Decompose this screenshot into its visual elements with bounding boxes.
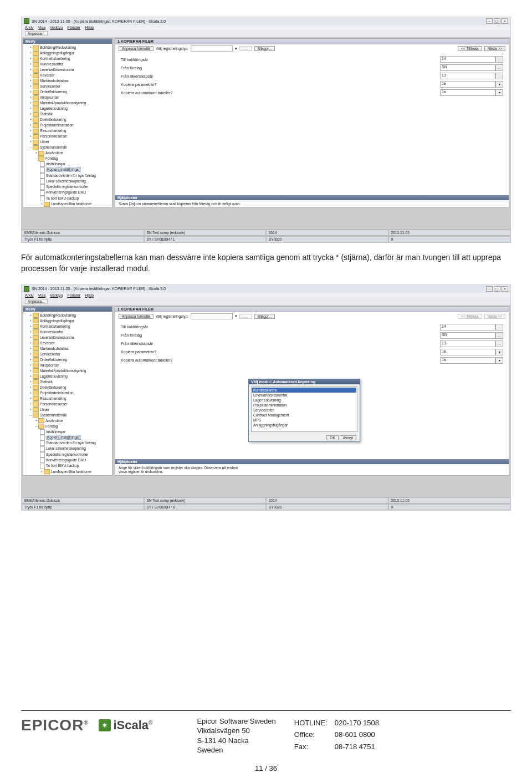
disabled-button: ......	[239, 46, 252, 51]
window-title: SN-2014 - 2013-11-05 - [Kopiera inställn…	[32, 287, 166, 291]
list-item[interactable]: Serviceorder	[252, 408, 356, 413]
status-bar-1: EMEA\ferenc.GubiczaSN Test comp (exklusi…	[22, 229, 510, 236]
window-title: SN-2014 - 2013-11-05 - [Kopiera inställn…	[32, 19, 166, 23]
iscala-logo: ✶ iScala®	[99, 718, 152, 733]
title-bar: SN-2014 - 2013-11-05 - [Kopiera inställn…	[22, 17, 510, 25]
help-text: Svara [Ja] om parameterfilerna skall kop…	[115, 200, 509, 207]
dialog-listbox[interactable]: Kundreskontra Leverantörsreskontra Lager…	[251, 387, 357, 432]
status-bar-2: Tryck F1 för hjälpSY / SY0020H / 1SY0020…	[22, 236, 510, 242]
next-button[interactable]: Nästa >>	[484, 46, 505, 51]
till-bokforingsar-input[interactable]: 14	[440, 56, 495, 63]
kopiera-autokont-input[interactable]: Ja	[440, 89, 495, 96]
fran-rakenskapsar-input[interactable]: 13	[440, 73, 495, 79]
back-button[interactable]: << Tillbaka	[458, 46, 482, 51]
maximize-button[interactable]: ▢	[494, 18, 500, 24]
screenshot-2: SN-2014 - 2013-11-05 - [Kopiera inställn…	[21, 284, 511, 511]
list-item[interactable]: MPS	[252, 418, 356, 423]
footer-address: Epicor Software Sweden Vikdalsvägen 50 S…	[197, 716, 275, 755]
dialog-ok-button[interactable]: OK	[326, 435, 338, 440]
regtype-select[interactable]	[191, 45, 233, 52]
bilagor-button[interactable]: Bilagor...	[254, 46, 275, 51]
app-icon	[24, 18, 29, 24]
content-panel: 1 KOPIERAR FILER Anpassa formulär Välj r…	[115, 38, 509, 208]
sidebar: Meny +Bokföring/Redovisning +Anläggnings…	[23, 38, 112, 208]
fran-foretag-input[interactable]: SN	[440, 64, 495, 71]
regtype-dropdown-icon[interactable]: ▾	[235, 47, 237, 51]
help-title: Hjälptexter	[115, 195, 509, 200]
minimize-button[interactable]: –	[486, 18, 493, 24]
page-number: 11 / 36	[21, 764, 511, 772]
list-item[interactable]: Leverantörsreskontra	[252, 393, 356, 398]
dialog-title: Välj modul: Automatkont.kopiering	[249, 379, 360, 384]
anpassa-form-button[interactable]: Anpassa formulär	[119, 46, 154, 51]
kopiera-param-input[interactable]: Ja	[440, 81, 495, 88]
footer-contact: HOTLINE:020-170 1508 Office:08-601 0800 …	[293, 716, 386, 754]
list-item-selected[interactable]: Kundreskontra	[252, 388, 356, 393]
nav-tree[interactable]: +Bokföring/Redovisning +Anläggningstillg…	[23, 44, 112, 207]
regtype-label: Välj registreringstyp:	[156, 47, 188, 50]
sidebar-title: Meny	[23, 39, 112, 44]
menu-verktyg[interactable]: Verktyg	[50, 26, 63, 29]
epicor-logo: EPICOR®	[21, 716, 89, 734]
list-item[interactable]: Lagerredovisning	[252, 398, 356, 403]
list-item[interactable]: Anläggningstillgångar	[252, 423, 356, 428]
menu-bar[interactable]: Arkiv Visa Verktyg Fönster Hjälp	[22, 293, 510, 298]
toolbar: Anpassa...	[22, 30, 510, 37]
menu-arkiv[interactable]: Arkiv	[25, 26, 34, 29]
minimize-button[interactable]: –	[486, 286, 493, 292]
form-subtitle: 1 KOPIERAR FILER	[115, 39, 509, 44]
module-select-dialog: Välj modul: Automatkont.kopiering Kundre…	[248, 379, 360, 442]
iscala-badge-icon: ✶	[99, 719, 111, 731]
maximize-button[interactable]: ▢	[494, 286, 500, 292]
app-icon	[24, 286, 29, 292]
list-item[interactable]: Projektadministration	[252, 403, 356, 408]
screenshot-1: SN-2014 - 2013-11-05 - [Kopiera inställn…	[21, 17, 511, 243]
title-bar: SN-2014 - 2013-11-05 - [Kopiera inställn…	[22, 285, 510, 293]
tree-selected: Kopiera inställningar	[46, 167, 81, 172]
dialog-cancel-button[interactable]: Avbryt	[340, 435, 356, 440]
anpassa-button[interactable]: Anpassa...	[25, 31, 48, 36]
body-paragraph: För automatkonteringstabellerna kan man …	[21, 252, 511, 274]
menu-hjalp[interactable]: Hjälp	[85, 26, 94, 29]
help-text: Ange för vilket bokföringsår som registe…	[115, 464, 509, 475]
menu-visa[interactable]: Visa	[38, 26, 46, 29]
close-button[interactable]: ×	[502, 286, 508, 292]
menu-bar[interactable]: Arkiv Visa Verktyg Fönster Hjälp	[22, 25, 510, 30]
menu-fonster[interactable]: Fönster	[67, 26, 80, 29]
list-item[interactable]: Contract Management	[252, 413, 356, 418]
footer: EPICOR® ✶ iScala® Epicor Software Sweden…	[21, 710, 511, 772]
close-button[interactable]: ×	[502, 18, 508, 24]
